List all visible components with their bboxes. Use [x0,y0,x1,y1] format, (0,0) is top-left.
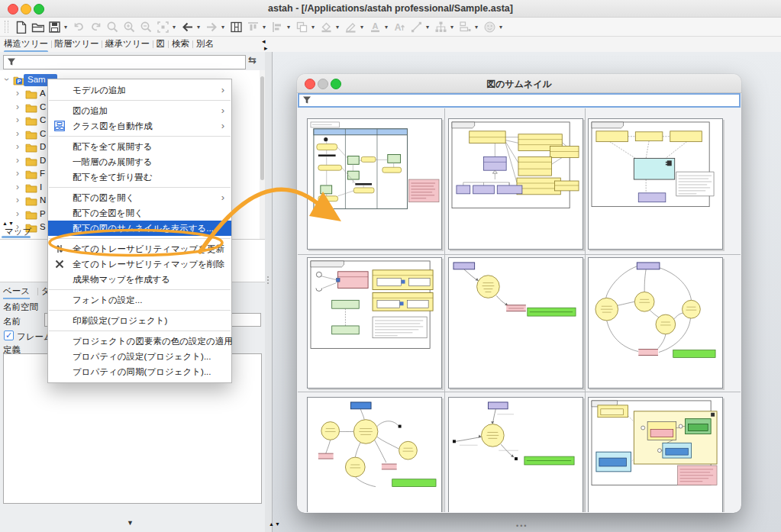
filter-icon [302,95,311,105]
menu-open-child-diagrams[interactable]: 配下の図を開く› [48,190,231,205]
sidebar-bottom-collapse-icon[interactable]: ▼ [127,519,134,527]
new-file-button[interactable] [13,19,28,34]
community-button-dropdown-icon[interactable]: ▾ [498,24,504,31]
menu-expand-all[interactable]: 配下を全て展開する [48,139,231,154]
community-button[interactable] [482,19,497,34]
menu-collapse-all[interactable]: 配下を全て折り畳む [48,169,231,185]
thumbnail-dataflow-diagram-3[interactable] [307,397,442,512]
open-button[interactable] [30,19,45,34]
align-horizontal-button[interactable] [269,19,285,34]
align-vertical-button-dropdown-icon[interactable]: ▾ [261,24,267,31]
folder-icon [25,183,37,193]
fill-color-button-dropdown-icon[interactable]: ▾ [334,24,340,31]
menu-auto-create-class-diagram[interactable]: クラス図を自動作成› [48,118,231,134]
expand-icon[interactable]: › [16,182,19,192]
thumbnail-class-diagram[interactable] [448,118,583,250]
save-button[interactable] [47,19,62,34]
tree-filter-input[interactable] [3,55,246,69]
auto-layout-button[interactable] [457,19,473,34]
tree-scrollbar-thumb[interactable] [260,76,264,180]
menu-create-artifact-map[interactable]: 成果物マップを作成する [48,272,231,287]
menu-font-settings[interactable]: フォントの設定... [48,292,231,308]
fill-color-button[interactable] [318,19,334,34]
zoom-actual-button[interactable] [105,19,120,34]
menu-property-sync[interactable]: プロパティの同期(プロジェクト)... [48,364,231,379]
sync-selection-icon[interactable]: ⇆ [248,54,257,66]
thumbnail-window-titlebar[interactable]: 図のサムネイル [297,74,741,93]
menu-apply-color-settings[interactable]: プロジェクトの図要素の色の設定の適用 [48,334,231,349]
line-style-button[interactable] [408,19,424,34]
expand-icon[interactable]: › [16,114,19,125]
forward-button[interactable] [204,19,219,34]
tree-layout-button-dropdown-icon[interactable]: ▾ [449,24,455,31]
diagram-editor-button[interactable] [228,19,244,34]
panel-expand-right-icon[interactable]: ▸ [264,45,268,52]
line-style-button-dropdown-icon[interactable]: ▾ [424,24,431,31]
expand-icon[interactable]: › [16,102,19,112]
back-button-dropdown-icon[interactable]: ▾ [195,24,202,31]
expand-icon[interactable]: › [16,141,19,152]
menu-property-settings[interactable]: プロパティの設定(プロジェクト)... [48,349,231,364]
thumbnail-dataflow-diagram-1[interactable] [448,257,583,389]
align-horizontal-button-dropdown-icon[interactable]: ▾ [286,24,292,31]
menu-show-thumbnails[interactable]: 配下の図のサムネイルを表示する... [48,221,231,236]
expand-icon[interactable]: › [16,208,19,219]
font-color-button-dropdown-icon[interactable]: ▾ [383,24,389,31]
fit-view-button-dropdown-icon[interactable]: ▾ [171,24,177,31]
tab-2[interactable]: 階層ツリー [55,38,99,52]
align-vertical-button[interactable] [245,19,260,34]
thumbnail-dataflow-diagram-2[interactable] [588,257,723,389]
tab-5[interactable]: 検索 [172,38,189,52]
font-color-button[interactable]: A [367,19,382,34]
thumbnail-activity-diagram[interactable] [307,118,442,250]
depth-order-button-dropdown-icon[interactable]: ▾ [310,24,316,31]
expand-icon[interactable]: › [16,88,19,98]
depth-order-button[interactable] [294,19,309,34]
back-button[interactable] [179,19,195,34]
menu-expand-one-level[interactable]: 一階層のみ展開する [48,154,231,169]
menu-add-model[interactable]: モデルの追加› [48,82,231,98]
line-color-button[interactable] [343,19,358,34]
expand-icon[interactable]: › [16,168,19,179]
zoom-out-button[interactable] [138,19,153,34]
main-titlebar[interactable]: astah - [/Applications/astah professiona… [0,0,781,18]
folder-icon [25,169,37,179]
menu-item-label: 印刷設定(プロジェクト) [73,316,167,325]
undo-button[interactable] [71,19,86,34]
menu-delete-traceability-maps[interactable]: 全てのトレーサビリティマップを削除 [48,256,231,272]
tab-separator [102,40,102,48]
thumbnail-dataflow-diagram-4[interactable] [448,397,583,512]
canvas-bottom-resize-icon[interactable]: ▲▼ [269,521,281,527]
expand-icon[interactable]: › [16,128,19,139]
tab-1[interactable]: 構造ツリー [4,38,48,52]
expand-icon[interactable]: › [2,78,12,81]
menu-open-all-child-diagrams[interactable]: 配下の全図を開く [48,205,231,221]
redo-button[interactable] [88,19,103,34]
expand-icon[interactable]: › [16,195,19,205]
property-tab-1[interactable]: ベース [3,285,30,297]
tree-layout-button[interactable] [433,19,448,34]
auto-layout-button-dropdown-icon[interactable]: ▾ [473,24,479,31]
menu-update-traceability-maps[interactable]: 全てのトレーサビリティマップを更新 [48,241,231,256]
thumbnail-filter-input[interactable] [298,93,741,108]
toolbar-drag-handle[interactable] [5,21,8,33]
menu-print-settings[interactable]: 印刷設定(プロジェクト) [48,313,231,328]
tab-6[interactable]: 別名 [196,38,214,52]
thumbnail-deployment-diagram[interactable] [588,397,723,512]
line-color-button-dropdown-icon[interactable]: ▾ [359,24,365,31]
fit-view-button[interactable] [155,19,170,34]
expand-icon[interactable]: › [16,155,19,166]
font-size-button[interactable]: A [392,19,407,34]
map-panel-resize-icon[interactable]: ▲▼ [2,221,15,226]
thumbnail-composite-structure-diagram[interactable] [307,257,442,389]
diagram-canvas-area: 図のサムネイル [272,52,781,532]
forward-button-dropdown-icon[interactable]: ▾ [220,24,226,31]
frame-visibility-checkbox[interactable]: ✓ [4,330,14,340]
menu-add-diagram[interactable]: 図の追加› [48,103,231,118]
thumbnail-component-diagram[interactable] [588,118,723,250]
zoom-in-button[interactable] [121,19,137,34]
panel-splitter[interactable] [265,52,272,532]
tab-4[interactable]: 図 [157,38,166,52]
save-button-dropdown-icon[interactable]: ▾ [63,24,69,31]
tab-3[interactable]: 継承ツリー [105,38,150,52]
